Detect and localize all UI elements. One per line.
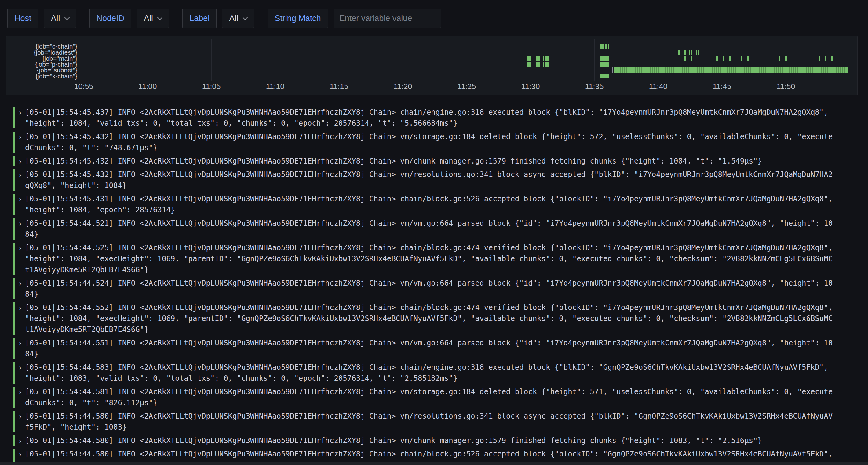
log-line-text: [05-01|15:54:44.580] INFO <2AcRkXTLLtQjv… bbox=[25, 435, 836, 446]
log-level-bar bbox=[13, 194, 15, 215]
chevron-right-icon[interactable]: › bbox=[18, 411, 22, 422]
log-row[interactable]: ›[05-01|15:54:45.432] INFO <2AcRkXTLLtQj… bbox=[13, 169, 850, 191]
chevron-right-icon[interactable]: › bbox=[18, 194, 22, 205]
log-volume-tick bbox=[536, 56, 538, 61]
log-volume-tick bbox=[729, 56, 731, 61]
log-volume-tick bbox=[603, 44, 604, 48]
log-volume-tick bbox=[538, 56, 540, 61]
log-volume-tick bbox=[723, 56, 724, 61]
log-volume-tick bbox=[605, 56, 607, 61]
log-volume-tick bbox=[691, 50, 692, 55]
log-level-bar bbox=[13, 107, 15, 128]
variable-picker-host[interactable]: All bbox=[44, 8, 76, 28]
log-volume-tick bbox=[527, 56, 529, 61]
log-volume-tick bbox=[785, 56, 787, 61]
log-line-text: [05-01|15:54:45.432] INFO <2AcRkXTLLtQjv… bbox=[25, 156, 836, 167]
chevron-right-icon[interactable]: › bbox=[18, 132, 22, 142]
log-row[interactable]: ›[05-01|15:54:44.525] INFO <2AcRkXTLLtQj… bbox=[13, 242, 850, 275]
x-axis-tick-label: 11:50 bbox=[777, 82, 795, 91]
log-level-bar bbox=[13, 338, 15, 359]
log-volume-tick bbox=[607, 73, 609, 78]
chevron-right-icon[interactable]: › bbox=[18, 387, 22, 398]
chevron-right-icon[interactable]: › bbox=[18, 435, 22, 446]
log-volume-tick bbox=[601, 73, 603, 78]
x-gridline bbox=[467, 39, 467, 81]
log-volume-tick bbox=[608, 44, 609, 48]
x-gridline bbox=[148, 39, 148, 81]
chevron-right-icon[interactable]: › bbox=[18, 169, 22, 180]
log-row[interactable]: ›[05-01|15:54:45.432] INFO <2AcRkXTLLtQj… bbox=[13, 131, 850, 153]
log-volume-tick bbox=[747, 56, 749, 61]
chevron-right-icon[interactable]: › bbox=[18, 242, 22, 254]
log-row[interactable]: ›[05-01|15:54:44.551] INFO <2AcRkXTLLtQj… bbox=[13, 337, 850, 359]
chevron-right-icon[interactable]: › bbox=[18, 338, 22, 349]
x-gridline bbox=[275, 39, 276, 81]
log-line-text: [05-01|15:54:44.552] INFO <2AcRkXTLLtQjv… bbox=[25, 302, 836, 335]
variables-toolbar: Host All NodeID All Label All String Mat… bbox=[7, 8, 441, 28]
log-volume-panel: 10:5511:0011:0511:1011:1511:2011:2511:30… bbox=[6, 36, 858, 95]
log-volume-band-start bbox=[612, 67, 613, 73]
log-volume-tick bbox=[684, 50, 686, 55]
series-label: {job="subnet"} bbox=[6, 67, 77, 73]
log-volume-tick bbox=[831, 56, 833, 61]
log-row[interactable]: ›[05-01|15:54:45.431] INFO <2AcRkXTLLtQj… bbox=[13, 194, 850, 215]
x-gridline bbox=[339, 39, 339, 81]
log-level-bar bbox=[13, 302, 15, 335]
log-row[interactable]: ›[05-01|15:54:44.583] INFO <2AcRkXTLLtQj… bbox=[13, 362, 850, 384]
log-level-bar bbox=[13, 387, 15, 408]
log-row[interactable]: ›[05-01|15:54:44.580] INFO <2AcRkXTLLtQj… bbox=[13, 435, 850, 446]
variable-picker-host-value: All bbox=[51, 14, 60, 23]
log-volume-tick bbox=[527, 62, 529, 67]
variable-label-nodeid: NodeID bbox=[90, 8, 132, 28]
x-axis-tick-label: 10:55 bbox=[74, 82, 93, 91]
log-volume-tick bbox=[605, 62, 607, 67]
log-volume-tick bbox=[678, 50, 680, 55]
log-volume-tick bbox=[543, 56, 544, 61]
log-level-bar bbox=[13, 278, 15, 299]
variable-picker-label[interactable]: All bbox=[222, 8, 254, 28]
series-label: {job="c-chain"} bbox=[6, 43, 77, 49]
log-volume-tick bbox=[529, 56, 531, 61]
variable-picker-nodeid[interactable]: All bbox=[137, 8, 169, 28]
log-volume-tick bbox=[536, 62, 538, 67]
chevron-right-icon[interactable]: › bbox=[18, 449, 22, 460]
log-volume-band bbox=[614, 67, 848, 73]
log-level-bar bbox=[13, 411, 15, 432]
log-volume-tick bbox=[599, 56, 601, 61]
x-axis-tick-label: 11:35 bbox=[585, 82, 604, 91]
x-gridline bbox=[84, 39, 84, 81]
log-volume-tick bbox=[545, 56, 547, 61]
log-row[interactable]: ›[05-01|15:54:45.432] INFO <2AcRkXTLLtQj… bbox=[13, 156, 850, 167]
log-line-text: [05-01|15:54:45.432] INFO <2AcRkXTLLtQjv… bbox=[25, 131, 836, 153]
chevron-right-icon[interactable]: › bbox=[18, 107, 22, 118]
series-label: {job="x-chain"} bbox=[6, 73, 77, 79]
x-axis-tick-label: 11:10 bbox=[266, 82, 285, 91]
log-level-bar bbox=[13, 132, 15, 153]
log-row[interactable]: ›[05-01|15:54:44.521] INFO <2AcRkXTLLtQj… bbox=[13, 218, 850, 240]
log-row[interactable]: ›[05-01|15:54:44.581] INFO <2AcRkXTLLtQj… bbox=[13, 386, 850, 408]
log-level-bar bbox=[13, 435, 15, 446]
log-volume-tick bbox=[741, 56, 742, 61]
log-row[interactable]: ›[05-01|15:54:44.552] INFO <2AcRkXTLLtQj… bbox=[13, 302, 850, 335]
log-row[interactable]: ›[05-01|15:54:44.524] INFO <2AcRkXTLLtQj… bbox=[13, 278, 850, 300]
log-row[interactable]: ›[05-01|15:54:45.437] INFO <2AcRkXTLLtQj… bbox=[13, 107, 850, 129]
horizontal-scrollbar[interactable] bbox=[0, 462, 868, 465]
chevron-right-icon[interactable]: › bbox=[18, 156, 22, 167]
log-volume-tick bbox=[543, 62, 544, 67]
log-line-text: [05-01|15:54:44.521] INFO <2AcRkXTLLtQjv… bbox=[25, 218, 836, 240]
log-volume-tick bbox=[545, 62, 547, 67]
log-volume-tick bbox=[716, 56, 718, 61]
grafana-logs-dashboard: Host All NodeID All Label All String Mat… bbox=[0, 0, 868, 465]
series-label: {job="loadtest"} bbox=[6, 49, 77, 56]
log-volume-tick bbox=[684, 56, 686, 61]
chevron-right-icon[interactable]: › bbox=[18, 362, 22, 373]
log-row[interactable]: ›[05-01|15:54:44.580] INFO <2AcRkXTLLtQj… bbox=[13, 411, 850, 433]
chevron-right-icon[interactable]: › bbox=[18, 278, 22, 289]
log-volume-tick bbox=[599, 62, 601, 67]
x-gridline bbox=[658, 39, 658, 81]
chevron-right-icon[interactable]: › bbox=[18, 302, 22, 313]
variable-picker-label-value: All bbox=[229, 14, 238, 23]
chevron-right-icon[interactable]: › bbox=[18, 218, 22, 229]
string-match-input[interactable] bbox=[334, 8, 441, 28]
log-volume-plot: 10:5511:0011:0511:1011:1511:2011:2511:30… bbox=[6, 36, 857, 95]
